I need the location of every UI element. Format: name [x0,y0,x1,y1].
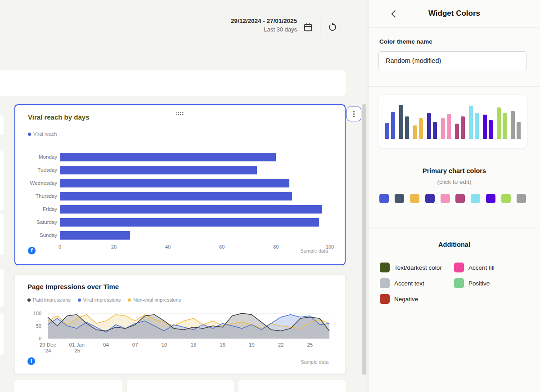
calendar-icon [303,22,313,33]
primary-color-swatch[interactable] [501,194,511,203]
legend-dot-icon [28,133,31,136]
legend-label: Viral reach [33,131,57,137]
area-chart-plot [48,313,329,339]
y-tick-label: 0 [39,336,41,341]
legend-item: Viral reach [28,131,57,137]
refresh-icon [328,22,337,33]
primary-color-swatch[interactable] [486,194,495,203]
y-axis-labels: MondayTuesdayWednesdayThursdayFridaySatu… [27,151,57,242]
theme-preview-card [378,95,527,148]
additional-color-item: Accent fill [454,263,495,272]
x-tick-label: 07 [132,342,138,348]
date-controls: 29/12/2024 - 27/01/2025 Last 30 days [171,16,351,39]
additional-color-item: Accent text [380,278,424,288]
divider [369,227,540,227]
bar [60,166,257,174]
category-label: Thursday [27,190,57,203]
preview-bar [447,114,451,139]
category-label: Wednesday [27,177,57,190]
category-label: Sunday [27,229,57,242]
preview-bar [413,125,417,139]
legend-label: Paid impressions [33,297,71,303]
sample-data-note: Sample data [300,248,328,254]
additional-color-label: Positive [468,280,490,287]
theme-name-label: Color theme name [379,38,432,45]
additional-color-swatch[interactable] [380,294,390,304]
impressions-widget[interactable]: Page Impressions over Time Paid impressi… [14,274,346,374]
date-range-display[interactable]: 29/12/2024 - 27/01/2025 Last 30 days [180,17,297,34]
additional-color-label: Negative [394,296,418,303]
primary-color-swatch[interactable] [410,194,419,203]
bar [60,205,322,214]
vertical-scrollbar[interactable] [362,104,366,375]
drag-handle-icon[interactable] [176,112,184,115]
x-tick-label: 25 [307,342,313,348]
x-tick-label: 22 [278,342,284,348]
legend-label: Non-viral impressions [133,297,181,303]
widget-menu-button[interactable] [346,107,361,121]
additional-color-swatch[interactable] [454,263,464,272]
x-axis-labels: 29 Dec '2401 Jan '250407101316192225 [48,342,329,356]
bar [60,179,289,187]
bar [60,153,276,161]
bar [60,231,130,240]
divider [369,27,540,28]
gridline [330,151,330,242]
preview-bar [441,118,445,139]
partial-widget-card [0,151,4,210]
date-range-text: 29/12/2024 - 27/01/2025 [180,17,297,25]
legend-item: Viral impressions [78,297,121,303]
partial-widget-card[interactable] [14,380,122,392]
x-tick-label: 40 [165,244,171,249]
calendar-button[interactable] [302,22,314,34]
preview-bar [399,105,403,139]
additional-color-item: Positive [454,278,490,288]
preview-bar [517,122,521,139]
theme-preview-chart [378,105,527,139]
partial-widget-card[interactable] [238,380,346,392]
additional-colors-grid: Text/darkest colorAccent fillAccent text… [380,263,528,312]
preview-bar [483,115,487,139]
partial-widget-card [0,213,4,255]
bar [60,192,292,200]
additional-color-swatch[interactable] [380,278,390,288]
partial-widget-card[interactable] [127,380,234,392]
preview-bar [497,107,501,139]
primary-colors-heading: Primary chart colors [369,167,540,174]
primary-color-swatch[interactable] [441,194,450,203]
preview-bar [385,123,389,139]
primary-color-swatch[interactable] [425,194,435,203]
primary-color-swatch[interactable] [395,194,404,203]
viral-reach-widget[interactable]: Viral reach by days Viral reach MondayTu… [14,104,346,265]
x-tick-label: 10 [162,342,167,348]
additional-color-swatch[interactable] [380,263,390,272]
primary-color-swatch[interactable] [379,194,389,203]
theme-name-input[interactable] [378,51,527,70]
partial-widget-card [0,116,4,135]
preview-bar [455,124,459,139]
divider [320,20,320,35]
additional-color-label: Accent text [394,280,424,287]
legend-dot-icon [78,298,81,302]
divider [369,86,540,87]
panel-title: Widget Colors [369,9,540,18]
widget-title: Page Impressions over Time [27,283,119,290]
preview-bar [475,113,479,139]
facebook-icon: f [27,357,35,365]
legend-label: Viral impressions [83,297,121,303]
preview-bar [469,106,473,139]
additional-color-item: Negative [380,294,418,304]
x-tick-label: 60 [219,244,225,249]
primary-color-swatch[interactable] [471,194,480,203]
x-tick-label: 19 [249,342,255,348]
primary-color-swatch[interactable] [517,194,526,203]
partial-widget-card[interactable] [0,70,346,96]
refresh-button[interactable] [326,22,338,34]
date-preset-text: Last 30 days [180,25,297,34]
primary-color-swatch[interactable] [455,194,465,203]
preview-bar [511,111,515,139]
bar-chart-plot [60,151,330,242]
widget-title: Viral reach by days [28,113,89,121]
additional-color-swatch[interactable] [454,278,464,288]
x-tick-label: 80 [273,244,279,249]
